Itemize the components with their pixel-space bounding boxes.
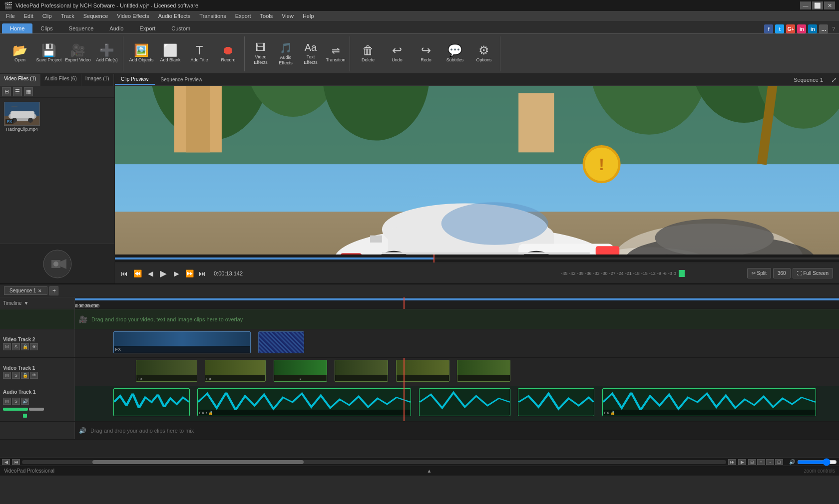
tab-audio-files[interactable]: Audio Files (6) [40,74,81,86]
options-button[interactable]: ⚙ Options [470,38,498,70]
media-tool-thumbnail[interactable]: ⊟ [2,87,11,96]
audio-clip-5[interactable]: FX 🔒 [602,388,816,416]
tab-custom[interactable]: Custom [163,23,198,33]
track-solo-btn[interactable]: S [12,343,20,350]
scroll-right-button[interactable]: ▶ [738,459,746,465]
track-mute-btn[interactable]: M [3,398,11,405]
back-frame-button[interactable]: ◀ [145,268,156,279]
undo-button[interactable]: ↩ Undo [383,38,411,70]
track-solo-btn[interactable]: S [12,372,20,379]
tab-video-files[interactable]: Video Files (1) [0,74,40,86]
tab-audio[interactable]: Audio [101,23,131,33]
audio-clip-2[interactable]: FX ♪ 🔒 [197,388,411,416]
audio-drop-zone[interactable]: 🔊 Drag and drop your audio clips here to… [75,422,839,439]
scroll-thumb[interactable] [92,460,304,464]
tab-sequence-preview[interactable]: Sequence Preview [155,75,208,84]
tab-sequence[interactable]: Sequence [61,23,102,33]
preview-timeline-bar[interactable] [115,254,839,262]
audio-effects-button[interactable]: 🎵 Audio Effects [274,38,298,70]
scroll-prev-button[interactable]: ⏮ [12,459,20,465]
transition-button[interactable]: ⇌ Transition [324,38,348,70]
menu-clip[interactable]: Clip [38,12,56,20]
menu-help[interactable]: Help [299,12,318,20]
instagram-icon[interactable]: in [797,24,806,33]
video-clip-4[interactable]: FX [205,360,266,382]
add-files-button[interactable]: ➕ Add File(s) [93,38,121,70]
sequence-tab-close[interactable]: ✕ [38,288,42,293]
menu-track[interactable]: Track [57,12,78,20]
linkedin-icon[interactable]: in [808,24,817,33]
menu-tools[interactable]: Tools [256,12,277,20]
tab-home[interactable]: Home [2,23,32,33]
scroll-left-button[interactable]: ◀ [2,459,10,465]
track-lock-btn[interactable]: 🔒 [21,343,29,350]
minimize-button[interactable]: — [800,1,811,9]
video-clip-2[interactable] [258,331,304,353]
video-clip-5[interactable]: ▪ [274,360,327,382]
step-fwd-button[interactable]: ⏩ [184,268,195,279]
twitter-icon[interactable]: t [775,24,784,33]
zoom-fit-button[interactable]: ⊞ [748,459,756,465]
video-clip-6[interactable] [335,360,388,382]
menu-export[interactable]: Export [231,12,255,20]
add-sequence-button[interactable]: + [49,286,58,295]
overlay-drop-zone[interactable]: 🎥 Drag and drop your video, text and ima… [75,309,839,329]
split-button[interactable]: ✂ Undo Split [747,268,771,278]
fullscreen-button[interactable]: ⛶ Full Screen [793,268,833,278]
menu-edit[interactable]: Edit [20,12,37,20]
volume-slider[interactable] [797,460,837,464]
audio-clip-4[interactable] [518,388,594,416]
zoom-out-button[interactable]: - [766,459,774,465]
add-title-button[interactable]: T Add Title [185,38,213,70]
menu-view[interactable]: View [278,12,298,20]
track-lock-btn[interactable]: 🔒 [21,372,29,379]
media-tool-list[interactable]: ☰ [13,87,22,96]
go-to-start-button[interactable]: ⏮ [119,268,130,279]
delete-button[interactable]: 🗑 Delete [354,38,382,70]
step-back-button[interactable]: ⏪ [132,268,143,279]
menu-audio-effects[interactable]: Audio Effects [154,12,195,20]
scroll-track[interactable] [22,460,726,464]
timeline-dropdown-icon[interactable]: ▼ [23,300,28,306]
expand-icon[interactable]: ⤢ [829,75,839,85]
sequence-tab[interactable]: Sequence 1 ✕ [4,286,47,295]
media-item-racing[interactable]: FX RacingClip.mp4 [2,100,42,134]
menu-sequence[interactable]: Sequence [79,12,112,20]
open-button[interactable]: 📂 Open [6,38,34,70]
media-tool-detail[interactable]: ▦ [24,87,33,96]
play-pause-button[interactable]: ▶ [158,268,169,279]
google-icon[interactable]: G+ [786,24,795,33]
audio-clip-3[interactable] [419,388,511,416]
save-project-button[interactable]: 💾 Save Project [35,38,63,70]
video-clip-8[interactable] [457,360,510,382]
video-effects-button[interactable]: 🎞 Video Effects [249,38,273,70]
more-social-icon[interactable]: … [819,24,828,33]
redo-button[interactable]: ↪ Redo [412,38,440,70]
menu-file[interactable]: File [2,12,19,20]
export-video-button[interactable]: 🎥 Export Video [64,38,92,70]
tab-export[interactable]: Export [131,23,163,33]
fwd-frame-button[interactable]: ▶ [171,268,182,279]
tab-images[interactable]: Images (1) [81,74,114,86]
scroll-next-button[interactable]: ⏭ [728,459,736,465]
menu-video-effects[interactable]: Video Effects [113,12,153,20]
zoom-in-button[interactable]: + [757,459,765,465]
track-mute-btn[interactable]: M [3,343,11,350]
track-solo-btn[interactable]: S [12,398,20,405]
pan-bar[interactable] [29,408,44,411]
track-mute-btn[interactable]: M [3,372,11,379]
go-to-end-button[interactable]: ⏭ [197,268,208,279]
volume-bar[interactable] [3,408,28,411]
tab-clips[interactable]: Clips [32,23,60,33]
video-clip-1[interactable]: FX [113,331,251,353]
subtitles-button[interactable]: 💬 Subtitles [441,38,469,70]
close-button[interactable]: ✕ [824,1,835,9]
add-blank-button[interactable]: ⬜ Add Blank [156,38,184,70]
add-objects-button[interactable]: 🖼️ Add Objects [127,38,155,70]
facebook-icon[interactable]: f [764,24,773,33]
zoom-timeline-button[interactable]: ⊡ [775,459,783,465]
record-button[interactable]: ⏺ Record [214,38,242,70]
video-clip-3[interactable]: FX [136,360,197,382]
maximize-button[interactable]: ⬜ [812,1,823,9]
tab-clip-preview[interactable]: Clip Preview [115,74,155,85]
